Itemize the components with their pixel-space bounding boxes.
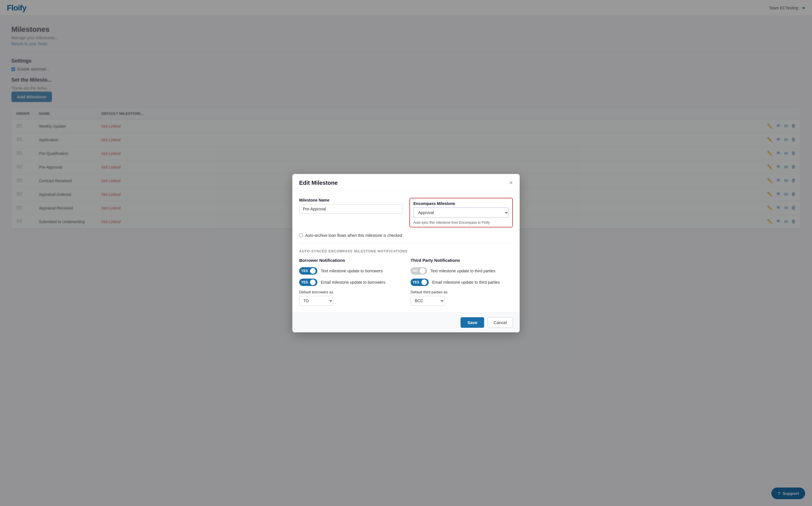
cancel-button[interactable]: Cancel <box>488 317 513 328</box>
borrower-email-toggle-text: Email milestone update to borrowers <box>321 280 385 284</box>
edit-milestone-modal: Edit Milestone × Milestone Name Encompas… <box>292 174 520 332</box>
notifications-section-label: AUTO-SYNCED ENCOMPASS MILESTONE NOTIFICA… <box>299 249 513 253</box>
save-button[interactable]: Save <box>461 317 484 328</box>
encompass-select[interactable]: Approval Pre-Approval Application Not Li… <box>413 207 509 218</box>
borrower-text-toggle-row: YES Text milestone update to borrowers <box>299 267 401 275</box>
third-party-notifications: Third Party Notifications NO Text milest… <box>411 258 513 306</box>
borrower-default-select[interactable]: TO CC BCC <box>299 296 333 306</box>
encompass-label: Encompass Milestone <box>413 201 509 206</box>
borrower-email-toggle-row: YES Email milestone update to borrowers <box>299 278 401 286</box>
milestone-name-group: Milestone Name <box>299 198 403 228</box>
encompass-hint: Auto-sync this milestone from Encompass … <box>413 221 509 225</box>
third-party-email-toggle[interactable]: YES <box>411 278 429 286</box>
milestone-name-label: Milestone Name <box>299 198 403 202</box>
milestone-name-input[interactable] <box>299 204 403 214</box>
third-party-email-toggle-text: Email milestone update to third parties <box>432 280 500 284</box>
borrower-text-toggle[interactable]: YES <box>299 267 317 275</box>
third-party-default-row: Default third parties as TO CC BCC <box>411 290 513 306</box>
third-party-col-title: Third Party Notifications <box>411 258 513 263</box>
encompass-milestone-group: Encompass Milestone Approval Pre-Approva… <box>409 198 513 228</box>
third-party-text-toggle-label: NO <box>412 269 418 273</box>
borrower-text-toggle-circle <box>310 268 316 274</box>
modal-close-button[interactable]: × <box>509 180 513 186</box>
borrower-email-toggle-circle <box>310 279 316 285</box>
notifications-divider <box>299 243 513 244</box>
auto-archive-text: Auto-archive loan flows when this milest… <box>305 233 402 238</box>
third-party-text-toggle-text: Text milestone update to third parties <box>430 269 496 273</box>
third-party-default-label: Default third parties as <box>411 290 513 294</box>
borrower-email-toggle-label: YES <box>300 280 309 284</box>
borrower-default-label: Default borrowers as <box>299 290 401 294</box>
modal-header: Edit Milestone × <box>292 174 520 191</box>
borrower-email-toggle[interactable]: YES <box>299 278 317 286</box>
third-party-default-select[interactable]: TO CC BCC <box>411 296 445 306</box>
third-party-text-toggle[interactable]: NO <box>411 267 427 275</box>
borrower-text-toggle-label: YES <box>300 269 309 273</box>
borrower-col-title: Borrower Notifications <box>299 258 401 263</box>
borrower-text-toggle-text: Text milestone update to borrowers <box>321 269 383 273</box>
third-party-email-toggle-circle <box>421 279 427 285</box>
third-party-text-toggle-row: NO Text milestone update to third partie… <box>411 267 513 275</box>
auto-archive-label[interactable]: Auto-archive loan flows when this milest… <box>299 233 513 238</box>
borrower-notifications: Borrower Notifications YES Text mileston… <box>299 258 401 306</box>
borrower-default-row: Default borrowers as TO CC BCC <box>299 290 401 306</box>
modal-title: Edit Milestone <box>299 180 338 186</box>
third-party-email-toggle-label: YES <box>412 280 420 284</box>
third-party-text-toggle-circle <box>420 268 425 274</box>
modal-body: Milestone Name Encompass Milestone Appro… <box>292 191 520 313</box>
third-party-email-toggle-row: YES Email milestone update to third part… <box>411 278 513 286</box>
modal-footer: Save Cancel <box>292 313 520 332</box>
auto-archive-checkbox[interactable] <box>299 233 303 237</box>
notifications-grid: Borrower Notifications YES Text mileston… <box>299 258 513 306</box>
modal-overlay: Edit Milestone × Milestone Name Encompas… <box>0 0 812 506</box>
form-row-top: Milestone Name Encompass Milestone Appro… <box>299 198 513 228</box>
